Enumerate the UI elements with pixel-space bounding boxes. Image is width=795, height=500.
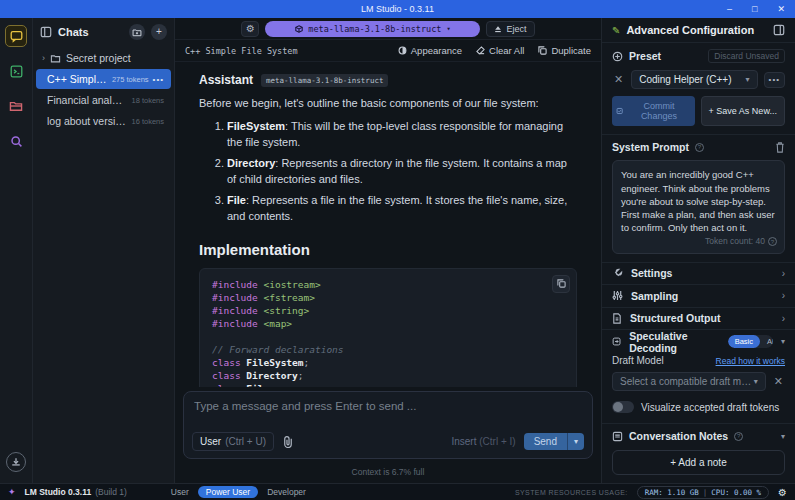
mode-power-user[interactable]: Power User bbox=[198, 486, 258, 498]
mode-developer[interactable]: Developer bbox=[267, 487, 306, 497]
save-as-new-button[interactable]: + Save As New... bbox=[701, 96, 786, 126]
mode-user[interactable]: User bbox=[171, 487, 189, 497]
close-icon[interactable]: ✕ bbox=[777, 5, 785, 14]
appearance-button[interactable]: Appearance bbox=[398, 45, 462, 56]
config-panel-header: ✎ Advanced Configuration bbox=[602, 18, 795, 42]
attach-file-button[interactable] bbox=[282, 435, 294, 448]
eraser-icon bbox=[476, 46, 485, 55]
message-role: Assistant bbox=[199, 73, 253, 87]
help-icon[interactable]: ? bbox=[768, 237, 777, 246]
conversation-notes-label: Conversation Notes bbox=[629, 430, 728, 442]
chat-main: ⚙ meta-llama-3.1-8b-instruct ▾ Eject C++… bbox=[175, 18, 601, 483]
chevron-down-icon: ▾ bbox=[446, 25, 450, 33]
appearance-icon bbox=[398, 46, 407, 55]
chat-item-label: Financial analysis bbox=[47, 94, 127, 106]
draft-model-select[interactable]: Select a compatible draft model ▾ bbox=[612, 372, 766, 391]
app-version: LM Studio 0.3.11 bbox=[25, 487, 92, 497]
preset-select[interactable]: Coding Helper (C++) ▾ bbox=[631, 70, 757, 89]
conversation-notes-section: Conversation Notes ? ▾ + Add a note bbox=[602, 423, 795, 483]
rail-discover-icon[interactable] bbox=[5, 130, 27, 152]
structured-output-label: Structured Output bbox=[630, 312, 720, 324]
chat-settings-gear-icon[interactable]: ⚙ bbox=[241, 21, 259, 37]
read-how-it-works-link[interactable]: Read how it works bbox=[716, 356, 785, 366]
preset-menu-button[interactable]: ••• bbox=[764, 72, 785, 88]
code-line bbox=[212, 330, 564, 343]
rail-my-models-icon[interactable] bbox=[5, 95, 27, 117]
settings-section-row[interactable]: Settings › bbox=[602, 262, 795, 284]
system-prompt-input[interactable]: You are an incredibly good C++ engineer.… bbox=[612, 160, 785, 253]
duplicate-icon bbox=[538, 46, 547, 55]
discard-unsaved-button[interactable]: Discard Unsaved bbox=[708, 49, 785, 63]
eject-label: Eject bbox=[506, 24, 526, 34]
chevron-right-icon: › bbox=[782, 290, 785, 301]
rail-downloads-icon[interactable] bbox=[5, 451, 27, 473]
new-chat-button[interactable]: + bbox=[151, 24, 167, 40]
eject-icon bbox=[494, 25, 502, 33]
trash-icon[interactable] bbox=[775, 142, 785, 153]
draft-model-label: Draft Model bbox=[612, 355, 716, 366]
chat-list-item[interactable]: Financial analysis 18 tokens bbox=[36, 90, 171, 110]
app-shell: Chats + › Secret project C++ Simple File… bbox=[0, 18, 795, 483]
sampling-section-row[interactable]: Sampling › bbox=[602, 284, 795, 306]
loaded-model-selector[interactable]: meta-llama-3.1-8b-instruct ▾ bbox=[265, 21, 480, 37]
clear-preset-icon[interactable]: ✕ bbox=[612, 74, 625, 85]
resource-usage-pill[interactable]: RAM: 1.10 GB | CPU: 0.00 % bbox=[637, 486, 769, 499]
wrench-icon bbox=[612, 268, 623, 279]
minimize-icon[interactable]: – bbox=[727, 5, 732, 14]
code-line: #include <map> bbox=[212, 317, 564, 330]
help-icon[interactable]: ? bbox=[695, 143, 704, 152]
maximize-icon[interactable]: □ bbox=[752, 5, 757, 14]
chat-list-item[interactable]: C++ Simple File System 275 tokens ••• bbox=[36, 69, 171, 89]
structured-output-section-row[interactable]: Structured Output › bbox=[602, 307, 795, 329]
insert-shortcut: (Ctrl + I) bbox=[479, 436, 515, 447]
code-line: #include <fstream> bbox=[212, 291, 564, 304]
token-count: Token count: 40 ? bbox=[705, 236, 777, 248]
send-options-caret-icon[interactable]: ▾ bbox=[567, 433, 584, 450]
copy-icon bbox=[557, 279, 566, 288]
chat-item-menu-icon[interactable]: ••• bbox=[153, 75, 164, 84]
context-usage-status: Context is 6.7% full bbox=[175, 467, 601, 477]
insert-hint: Insert (Ctrl + I) bbox=[451, 436, 515, 447]
chevron-down-icon: ▾ bbox=[754, 377, 758, 386]
chats-sidebar-header: Chats + bbox=[33, 18, 174, 48]
role-selector-button[interactable]: User (Ctrl + U) bbox=[192, 432, 274, 451]
sliders-icon bbox=[612, 290, 623, 301]
chat-message-area: Assistant meta-llama-3.1-8b-instruct Bef… bbox=[175, 63, 601, 387]
chat-actions: Appearance Clear All Duplicate bbox=[398, 45, 591, 56]
commit-changes-button[interactable]: Commit Changes bbox=[612, 96, 695, 126]
chat-list-item[interactable]: log about version of ... 16 tokens bbox=[36, 111, 171, 131]
help-icon[interactable]: ? bbox=[734, 432, 743, 441]
settings-gear-icon[interactable]: ⚙ bbox=[778, 487, 787, 498]
chevron-down-icon: ▾ bbox=[781, 432, 785, 441]
send-button[interactable]: Send ▾ bbox=[524, 433, 584, 450]
clear-draft-model-icon[interactable]: ✕ bbox=[772, 376, 785, 387]
advanced-config-panel: ✎ Advanced Configuration Preset Discard … bbox=[601, 18, 795, 483]
folder-item-secret-project[interactable]: › Secret project bbox=[33, 48, 174, 68]
collapse-panel-icon[interactable] bbox=[773, 24, 785, 36]
paperclip-icon bbox=[282, 435, 294, 448]
rail-chat-icon[interactable] bbox=[5, 25, 27, 47]
toggle-all[interactable]: All bbox=[760, 335, 773, 348]
nav-rail bbox=[0, 18, 33, 483]
rail-developer-icon[interactable] bbox=[5, 60, 27, 82]
commit-changes-label: Commit Changes bbox=[627, 101, 690, 121]
component-list: FileSystem: This will be the top-level c… bbox=[199, 119, 577, 225]
eject-model-button[interactable]: Eject bbox=[486, 21, 534, 37]
ram-usage: RAM: 1.10 GB bbox=[645, 488, 699, 497]
toggle-basic[interactable]: Basic bbox=[728, 335, 760, 348]
message-model-badge: meta-llama-3.1-8b-instruct bbox=[261, 74, 388, 87]
chat-item-label: log about version of ... bbox=[47, 115, 127, 127]
new-folder-button[interactable] bbox=[129, 24, 145, 40]
token-count-label: Token count: 40 bbox=[705, 236, 765, 248]
basic-all-toggle[interactable]: Basic All bbox=[728, 335, 773, 348]
add-note-button[interactable]: + Add a note bbox=[612, 450, 785, 475]
visualize-tokens-toggle[interactable] bbox=[612, 401, 634, 413]
chat-item-tokens: 275 tokens bbox=[112, 75, 149, 84]
clear-all-button[interactable]: Clear All bbox=[476, 45, 524, 56]
duplicate-button[interactable]: Duplicate bbox=[538, 45, 591, 56]
speculative-decoding-section-row[interactable]: Speculative Decoding Basic All ▾ bbox=[602, 329, 795, 353]
chevron-right-icon: › bbox=[42, 53, 45, 63]
copy-code-button[interactable] bbox=[552, 275, 570, 293]
message-input[interactable] bbox=[194, 400, 582, 424]
sidebar-panel-icon[interactable] bbox=[40, 26, 52, 38]
